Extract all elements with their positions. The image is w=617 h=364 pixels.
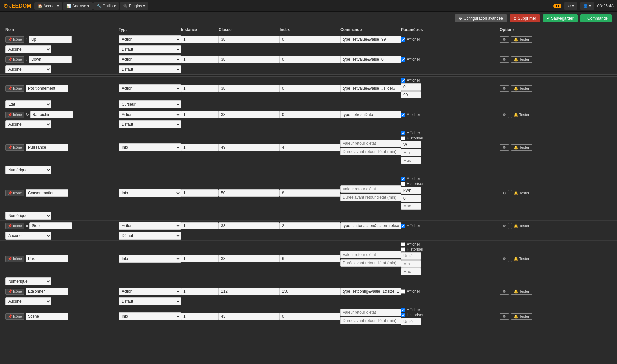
afficher-check-scene[interactable] (401, 308, 405, 312)
type-select-puissance[interactable]: ActionInfo (119, 143, 181, 151)
commande2-input-puissance[interactable] (340, 148, 401, 155)
config-avancee-button[interactable]: ⚙ Configuration avancée (455, 14, 507, 22)
unit-input-conso[interactable] (401, 187, 421, 194)
sub-select1-pas[interactable]: Numérique (5, 277, 51, 285)
tester-btn-conso[interactable]: 🔔 Tester (511, 190, 532, 196)
param-min-position[interactable] (401, 83, 421, 91)
type-select-scene[interactable]: ActionInfo (119, 312, 181, 320)
icone-btn-puissance[interactable]: 📌 Icône (5, 144, 24, 151)
max-input-conso[interactable] (401, 203, 421, 210)
add-commande-button[interactable]: + Commande (580, 14, 612, 22)
user-btn[interactable]: 👤 ▾ (580, 2, 594, 10)
tester-btn-up[interactable]: 🔔 Tester (511, 36, 532, 43)
classe-input-stop[interactable] (219, 222, 280, 229)
commande-input-pas[interactable] (340, 251, 401, 258)
sub-select1-refresh[interactable]: Aucune (5, 120, 51, 128)
type-select-refresh[interactable]: ActionInfo (119, 111, 181, 118)
commande-input-etalon[interactable] (340, 288, 401, 295)
config-btn-pas[interactable]: ⚙ (500, 256, 509, 262)
tester-btn-scene[interactable]: 🔔 Tester (511, 313, 532, 320)
unit-input-pas[interactable] (401, 252, 421, 260)
instance-input-pas[interactable] (181, 255, 219, 262)
config-btn-down[interactable]: ⚙ (500, 56, 509, 63)
tester-btn-puissance[interactable]: 🔔 Tester (511, 144, 532, 151)
classe-input-etalon[interactable] (219, 288, 280, 295)
nom-input-down[interactable] (29, 56, 72, 63)
min-input-pas[interactable] (401, 260, 421, 268)
tester-btn-refresh[interactable]: 🔔 Tester (511, 112, 532, 118)
config-btn-etalon[interactable]: ⚙ (500, 289, 509, 295)
settings-btn[interactable]: ⚙ ▾ (564, 2, 577, 10)
nom-input-position[interactable] (26, 85, 68, 92)
config-btn-up[interactable]: ⚙ (500, 36, 509, 43)
sub-select2-up[interactable]: Défaut (119, 45, 181, 53)
nav-outils[interactable]: 🔧 Outils ▾ (93, 2, 119, 10)
nav-analyse[interactable]: 📊 Analyse ▾ (63, 2, 93, 10)
index-input-position[interactable] (280, 85, 340, 92)
afficher-check-refresh[interactable] (401, 113, 405, 117)
sub-select1-conso[interactable]: Numérique (5, 212, 51, 220)
index-input-refresh[interactable] (280, 111, 340, 118)
instance-input-conso[interactable] (181, 189, 219, 197)
icone-btn-down[interactable]: 📌 Icône (5, 56, 24, 63)
afficher-check-stop[interactable] (401, 224, 405, 228)
classe-input-scene[interactable] (219, 313, 280, 320)
afficher-check-pas[interactable] (401, 242, 405, 246)
historiser-check-scene[interactable] (401, 313, 405, 317)
commande-input-refresh[interactable] (340, 111, 401, 118)
classe-input-up[interactable] (219, 36, 280, 43)
config-btn-stop[interactable]: ⚙ (500, 223, 509, 229)
notification-badge[interactable]: 11 (553, 4, 561, 8)
tester-btn-stop[interactable]: 🔔 Tester (511, 223, 532, 229)
nom-input-puissance[interactable] (26, 144, 68, 151)
afficher-check-down[interactable] (401, 57, 405, 62)
instance-input-refresh[interactable] (181, 111, 219, 118)
sub-select1-down[interactable]: Aucune (5, 65, 51, 73)
nav-plugins[interactable]: 🔌 Plugins ▾ (120, 2, 148, 10)
instance-input-etalon[interactable] (181, 288, 219, 295)
classe-input-refresh[interactable] (219, 111, 280, 118)
sub-select1-up[interactable]: Aucune (5, 45, 51, 53)
index-input-conso[interactable] (280, 189, 340, 197)
nom-input-stop[interactable] (29, 222, 72, 229)
config-btn-refresh[interactable]: ⚙ (500, 112, 509, 118)
nom-input-up[interactable] (29, 36, 72, 43)
icone-btn-etalon[interactable]: 📌 Icône (5, 289, 24, 295)
instance-input-puissance[interactable] (181, 144, 219, 151)
type-select-position[interactable]: ActionInfo (119, 84, 181, 92)
icone-btn-scene[interactable]: 📌 Icône (5, 313, 24, 320)
index-input-etalon[interactable] (280, 288, 340, 295)
instance-input-position[interactable] (181, 85, 219, 92)
commande2-input-scene[interactable] (340, 317, 401, 324)
nom-input-etalon[interactable] (26, 288, 68, 295)
commande-input-puissance[interactable] (340, 140, 401, 147)
supprimer-button[interactable]: ⊘ Supprimer (510, 14, 540, 22)
index-input-puissance[interactable] (280, 144, 340, 151)
instance-input-scene[interactable] (181, 313, 219, 320)
icone-btn-up[interactable]: 📌 Icône (5, 36, 24, 43)
classe-input-conso[interactable] (219, 189, 280, 197)
icone-btn-pas[interactable]: 📌 Icône (5, 256, 24, 262)
max-input-puissance[interactable] (401, 157, 421, 164)
type-select-up[interactable]: ActionInfo (119, 35, 181, 43)
commande-input-conso[interactable] (340, 185, 401, 193)
sub-select1-etalon[interactable]: Aucune (5, 297, 51, 305)
index-input-up[interactable] (280, 36, 340, 43)
instance-input-stop[interactable] (181, 222, 219, 229)
classe-input-position[interactable] (219, 85, 280, 92)
index-input-stop[interactable] (280, 222, 340, 229)
commande-input-scene[interactable] (340, 309, 401, 316)
type-select-conso[interactable]: ActionInfo (119, 189, 181, 197)
classe-input-down[interactable] (219, 56, 280, 63)
sub-select2-etalon[interactable]: Défaut (119, 297, 181, 305)
instance-input-up[interactable] (181, 36, 219, 43)
sub-select1-position[interactable]: Etat (5, 100, 51, 108)
afficher-check-up[interactable] (401, 37, 405, 42)
afficher-check-puissance[interactable] (401, 131, 405, 135)
type-select-etalon[interactable]: ActionInfo (119, 288, 181, 295)
min-input-conso[interactable] (401, 195, 421, 202)
sub-select2-down[interactable]: Défaut (119, 65, 181, 73)
nom-input-refresh[interactable] (30, 111, 73, 118)
afficher-check-position[interactable] (401, 78, 405, 83)
sub-select1-puissance[interactable]: Numérique (5, 166, 51, 174)
